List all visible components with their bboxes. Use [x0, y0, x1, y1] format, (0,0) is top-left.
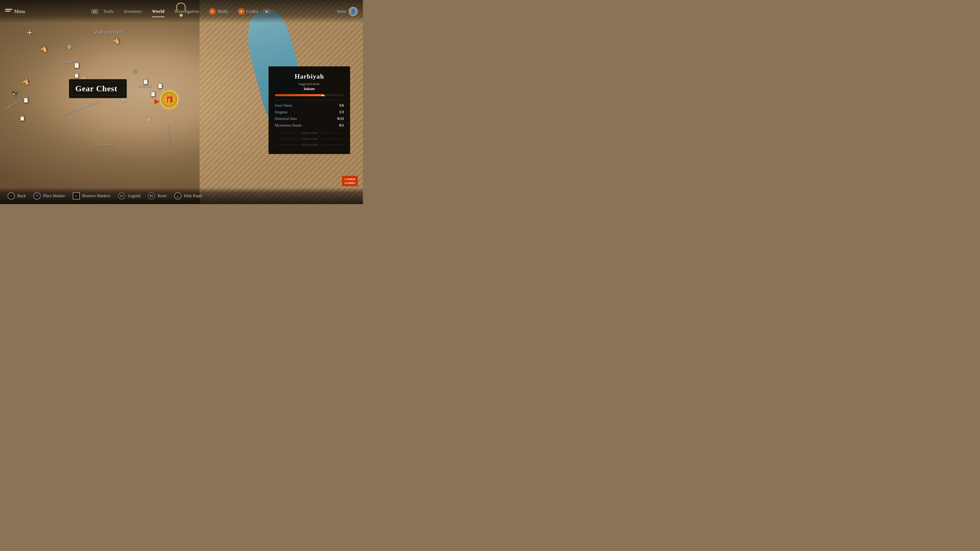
skills-icon: ⚙ [209, 8, 215, 14]
map-icon-horse-1[interactable]: 🐴 [40, 45, 48, 53]
square-button[interactable]: □ [73, 192, 80, 200]
map-label-gardens: Gardens [98, 143, 113, 147]
chest-map-marker[interactable]: 🎁 [160, 91, 178, 108]
top-nav: Menu L1 Tools Inventory World Investigat… [0, 0, 363, 23]
gear-chest-title: Gear Chest [75, 84, 118, 93]
r3-button[interactable]: R3 [148, 192, 155, 200]
bottom-action-legend[interactable]: L3 Legend [118, 192, 140, 200]
info-panel-title: Harbiyah [275, 73, 344, 80]
map-label-eagle-persians: Eagle of the Persians [5, 90, 36, 110]
stat-row-historical-sites: Historical Sites 0/13 [275, 117, 344, 121]
undiscovered-1: Undiscovered [275, 130, 344, 136]
store-avatar[interactable]: 👤 [348, 7, 358, 16]
map-icon-horse-2[interactable]: 🐴 [113, 37, 121, 45]
store-section: Store 👤 [337, 7, 358, 16]
map-icon-dot-4[interactable] [145, 116, 153, 124]
bottom-action-remove-markers[interactable]: □ Remove Markers [73, 192, 111, 200]
bottom-bar: ○ Back ✕ Place Marker □ Remove Markers L… [0, 187, 363, 204]
remove-markers-label: Remove Markers [83, 194, 111, 198]
map-icon-dot-2[interactable] [130, 67, 139, 76]
bottom-action-place-marker[interactable]: ✕ Place Marker [33, 192, 65, 200]
stat-row-mysterious-shards: Mysterious Shards 0/2 [275, 124, 344, 127]
tab-investigation[interactable]: Investigation [170, 7, 204, 16]
map-icon-scroll-6[interactable]: 📋 [22, 96, 30, 104]
back-label: Back [18, 194, 26, 198]
gear-chest-tooltip: Gear Chest [69, 79, 127, 98]
stat-label-historical-sites: Historical Sites [275, 117, 297, 121]
menu-icon [5, 9, 12, 14]
info-rank-label: Suggested Rank: [275, 82, 344, 86]
menu-label: Menu [14, 9, 25, 14]
stat-value-enigmas: 1/3 [339, 110, 344, 114]
map-label-shari: Shari' [62, 59, 74, 65]
tab-skills[interactable]: ⚙ Skills [204, 6, 233, 17]
map-arrow-pointer: ▶ [154, 97, 160, 105]
stat-label-enigmas: Enigmas [275, 110, 287, 114]
map-label-administrative: Administrative District [62, 100, 100, 117]
l1-button[interactable]: L1 [91, 9, 98, 14]
undiscovered-3: Undiscovered [275, 142, 344, 148]
undiscovered-2: Undiscovered [275, 136, 344, 142]
legend-label: Legend [128, 194, 140, 198]
gamer-guides-logo: GAMER GUIDES [342, 176, 358, 186]
circle-button[interactable]: ○ [8, 192, 15, 200]
stat-row-enigmas: Enigmas 1/3 [275, 110, 344, 114]
hide-panel-label: Hide Panel [184, 194, 202, 198]
nav-tabs: L1 Tools Inventory World Investigation ⚙… [25, 6, 337, 17]
map-icon-scroll-7[interactable]: 📋 [18, 114, 26, 122]
cross-button[interactable]: ✕ [33, 192, 41, 200]
triangle-button[interactable]: △ [174, 192, 181, 200]
info-panel: Harbiyah Suggested Rank: Initiate Gear C… [269, 66, 350, 154]
rank-bar-fill [275, 94, 323, 96]
stat-value-historical-sites: 0/13 [337, 117, 344, 121]
tab-inventory[interactable]: Inventory [119, 7, 147, 16]
stat-label-gear-chests: Gear Chests [275, 103, 292, 108]
tab-codex[interactable]: ⚙ Codex [233, 6, 264, 17]
chest-icon: 🎁 [160, 91, 178, 108]
stat-value-gear-chests: 1/6 [339, 103, 344, 108]
tab-tools[interactable]: Tools [98, 7, 119, 16]
map-icon-scroll-3[interactable]: 📋 [142, 78, 150, 86]
store-label: Store [337, 9, 346, 14]
l3-button[interactable]: L3 [118, 192, 125, 200]
stat-row-gear-chests: Gear Chests 1/6 [275, 103, 344, 108]
rank-bar [275, 94, 344, 96]
stat-label-mysterious-shards: Mysterious Shards [275, 124, 302, 127]
map-icon-bird[interactable]: 🦅 [11, 90, 19, 98]
tab-world[interactable]: World [147, 7, 170, 16]
bottom-action-back[interactable]: ○ Back [8, 192, 26, 200]
map-icon-gear-1[interactable]: ⚙ [65, 43, 73, 51]
map-icon-scroll-1[interactable]: 📋 [73, 61, 81, 69]
r1-button[interactable]: R1 [263, 9, 270, 14]
panel-divider-1 [275, 100, 344, 100]
logo-line1: GAMER [345, 177, 355, 181]
map-icon-scroll-2[interactable]: 📋 [73, 71, 81, 79]
bottom-action-reset[interactable]: R3 Reset [148, 192, 167, 200]
map-icon-dot-1[interactable] [25, 29, 34, 37]
menu-button[interactable]: Menu [5, 9, 25, 14]
codex-icon: ⚙ [239, 8, 245, 14]
info-rank-value: Initiate [275, 87, 344, 91]
bottom-action-hide-panel[interactable]: △ Hide Panel [174, 192, 202, 200]
reset-label: Reset [158, 194, 167, 198]
map-label-commanders: Commanders' [167, 123, 175, 146]
map-label-zubaydiyah: Zubaydiyah [94, 29, 124, 35]
logo-line2: GUIDES [345, 181, 355, 185]
place-marker-label: Place Marker [43, 194, 65, 198]
stat-value-mysterious-shards: 0/2 [339, 124, 344, 127]
map-icon-horse-3[interactable]: 🐴 [22, 78, 30, 86]
